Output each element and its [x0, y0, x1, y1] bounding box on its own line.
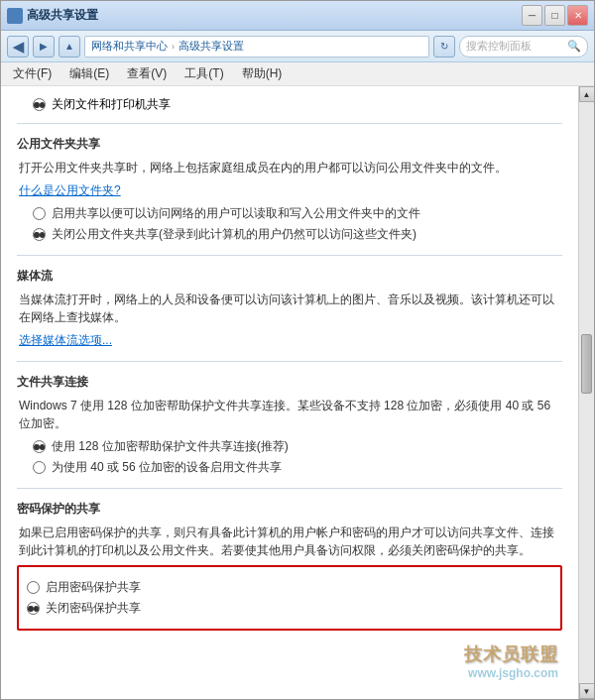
public-folder-link[interactable]: 什么是公用文件夹? — [19, 183, 121, 197]
public-folder-option-2-label: 关闭公用文件夹共享(登录到此计算机的用户仍然可以访问这些文件夹) — [52, 226, 416, 243]
password-option-2[interactable]: 关闭密码保护共享 — [27, 600, 552, 617]
password-options-highlighted: 启用密码保护共享 关闭密码保护共享 — [17, 565, 562, 631]
close-file-print-radio[interactable] — [33, 98, 46, 111]
file-sharing-option-2-label: 为使用 40 或 56 位加密的设备启用文件共享 — [52, 459, 282, 476]
file-sharing-option-2[interactable]: 为使用 40 或 56 位加密的设备启用文件共享 — [33, 459, 562, 476]
breadcrumb-item-2[interactable]: 高级共享设置 — [178, 39, 244, 54]
password-option-1[interactable]: 启用密码保护共享 — [27, 579, 552, 596]
password-section: 密码保护的共享 如果已启用密码保护的共享，则只有具备此计算机的用户帐户和密码的用… — [17, 497, 562, 631]
back-button[interactable]: ◀ — [7, 36, 29, 58]
divider-1 — [17, 123, 562, 124]
divider-4 — [17, 488, 562, 489]
public-folder-option-1-label: 启用共享以便可以访问网络的用户可以读取和写入公用文件夹中的文件 — [52, 205, 420, 222]
media-stream-section: 媒体流 当媒体流打开时，网络上的人员和设备便可以访问该计算机上的图片、音乐以及视… — [17, 264, 562, 349]
menu-edit[interactable]: 编辑(E) — [61, 63, 117, 84]
up-arrow-icon: ▲ — [64, 41, 74, 52]
address-bar: ◀ ▶ ▲ 网络和共享中心 › 高级共享设置 ↻ 搜索控制面板 🔍 — [1, 31, 594, 62]
scroll-up-button[interactable]: ▲ — [579, 86, 595, 102]
content-area: 关闭文件和打印机共享 公用文件夹共享 打开公用文件夹共享时，网络上包括家庭组成员… — [1, 86, 594, 699]
search-bar: 搜索控制面板 🔍 — [459, 36, 588, 58]
scroll-track[interactable] — [579, 102, 594, 683]
up-button[interactable]: ▲ — [59, 36, 80, 58]
breadcrumb-item-1[interactable]: 网络和共享中心 — [91, 39, 168, 54]
watermark: 技术员联盟 www.jsgho.com — [464, 642, 558, 680]
file-sharing-radio-2[interactable] — [33, 461, 46, 474]
file-sharing-option-1[interactable]: 使用 128 位加密帮助保护文件共享连接(推荐) — [33, 438, 562, 455]
divider-2 — [17, 255, 562, 256]
minimize-button[interactable]: ─ — [522, 5, 542, 26]
window-title: 高级共享设置 — [27, 7, 98, 24]
menu-tools[interactable]: 工具(T) — [177, 63, 231, 84]
file-sharing-radio-1[interactable] — [33, 440, 46, 453]
file-sharing-section: 文件共享连接 Windows 7 使用 128 位加密帮助保护文件共享连接。某些… — [17, 370, 562, 476]
main-window: 高级共享设置 ─ □ ✕ ◀ ▶ ▲ 网络和共享中心 › 高级共享设置 ↻ 搜索… — [0, 0, 595, 700]
media-stream-link[interactable]: 选择媒体流选项... — [19, 333, 112, 347]
menu-help[interactable]: 帮助(H) — [234, 63, 291, 84]
window-icon — [7, 8, 23, 24]
scroll-content: 关闭文件和打印机共享 公用文件夹共享 打开公用文件夹共享时，网络上包括家庭组成员… — [1, 86, 578, 699]
public-folder-radio-2[interactable] — [33, 228, 46, 241]
public-folder-option-2[interactable]: 关闭公用文件夹共享(登录到此计算机的用户仍然可以访问这些文件夹) — [33, 226, 562, 243]
divider-3 — [17, 361, 562, 362]
public-folder-section: 公用文件夹共享 打开公用文件夹共享时，网络上包括家庭组成员在内的用户都可以访问公… — [17, 132, 562, 243]
file-sharing-title: 文件共享连接 — [17, 370, 562, 391]
public-folder-title: 公用文件夹共享 — [17, 132, 562, 153]
watermark-logo: 技术员联盟 — [464, 642, 558, 666]
password-option-2-label: 关闭密码保护共享 — [46, 600, 141, 617]
maximize-button[interactable]: □ — [544, 5, 565, 26]
password-radio-2[interactable] — [27, 602, 40, 615]
close-button[interactable]: ✕ — [567, 5, 588, 26]
close-file-print-label: 关闭文件和打印机共享 — [52, 96, 171, 113]
breadcrumb[interactable]: 网络和共享中心 › 高级共享设置 — [84, 36, 429, 58]
menu-file[interactable]: 文件(F) — [5, 63, 60, 84]
public-folder-desc: 打开公用文件夹共享时，网络上包括家庭组成员在内的用户都可以访问公用文件夹中的文件… — [17, 159, 562, 176]
refresh-button[interactable]: ↻ — [433, 36, 455, 58]
password-title: 密码保护的共享 — [17, 497, 562, 518]
password-radio-1[interactable] — [27, 581, 40, 594]
search-placeholder-text: 搜索控制面板 — [466, 39, 532, 54]
forward-button[interactable]: ▶ — [33, 36, 55, 58]
public-folder-radio-1[interactable] — [33, 207, 46, 220]
title-bar-left: 高级共享设置 — [7, 7, 98, 24]
menu-view[interactable]: 查看(V) — [119, 63, 175, 84]
watermark-container: 技术员联盟 www.jsgho.com — [17, 642, 562, 680]
refresh-icon: ↻ — [440, 41, 448, 52]
media-stream-desc: 当媒体流打开时，网络上的人员和设备便可以访问该计算机上的图片、音乐以及视频。该计… — [17, 291, 562, 326]
title-controls: ─ □ ✕ — [522, 5, 588, 26]
media-stream-title: 媒体流 — [17, 264, 562, 285]
scroll-thumb[interactable] — [581, 334, 592, 394]
back-arrow-icon: ◀ — [13, 39, 24, 55]
watermark-url: www.jsgho.com — [464, 666, 558, 680]
file-sharing-option-1-label: 使用 128 位加密帮助保护文件共享连接(推荐) — [52, 438, 289, 455]
scroll-down-button[interactable]: ▼ — [579, 683, 595, 699]
file-sharing-desc: Windows 7 使用 128 位加密帮助保护文件共享连接。某些设备不支持 1… — [17, 397, 562, 432]
close-file-print-row: 关闭文件和打印机共享 — [17, 96, 562, 113]
search-icon[interactable]: 🔍 — [567, 40, 581, 53]
forward-arrow-icon: ▶ — [40, 41, 48, 52]
password-option-1-label: 启用密码保护共享 — [46, 579, 141, 596]
public-folder-option-1[interactable]: 启用共享以便可以访问网络的用户可以读取和写入公用文件夹中的文件 — [33, 205, 562, 222]
title-bar: 高级共享设置 ─ □ ✕ — [1, 1, 594, 31]
breadcrumb-separator: › — [172, 42, 175, 52]
scrollbar: ▲ ▼ — [578, 86, 594, 699]
password-desc: 如果已启用密码保护的共享，则只有具备此计算机的用户帐户和密码的用户才可以访问共享… — [17, 524, 562, 559]
menu-bar: 文件(F) 编辑(E) 查看(V) 工具(T) 帮助(H) — [1, 62, 594, 86]
